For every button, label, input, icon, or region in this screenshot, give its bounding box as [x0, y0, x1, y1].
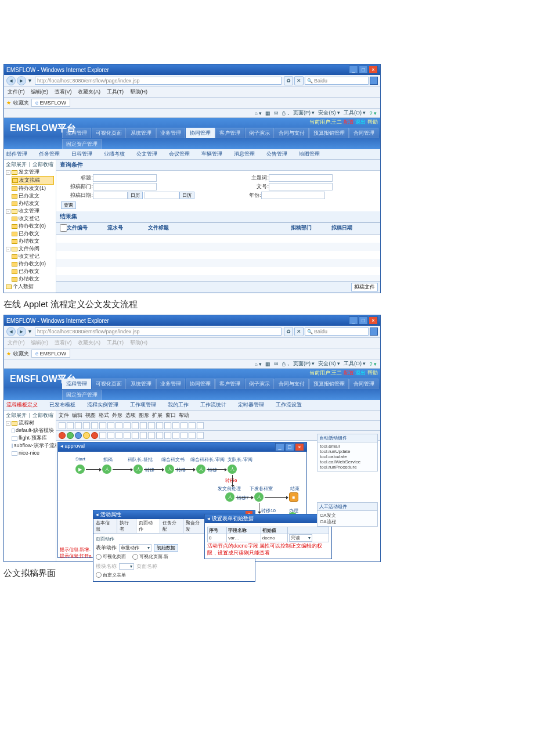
mail-icon[interactable]: ✉: [274, 110, 279, 116]
menu-edit[interactable]: 编辑(E): [31, 89, 48, 95]
tree-node-fawen[interactable]: 发文管理: [19, 168, 39, 176]
dlg1-tab[interactable]: 执行者: [117, 519, 136, 533]
back-icon[interactable]: ◄: [6, 327, 16, 336]
menu-edit[interactable]: 编辑(E): [31, 340, 48, 345]
dropdown-icon[interactable]: ▼: [27, 78, 33, 84]
fold-icon[interactable]: -: [6, 170, 10, 175]
tb-icon[interactable]: [189, 432, 196, 439]
calendar-button[interactable]: 日历: [128, 192, 143, 199]
node-activity[interactable]: 人: [134, 465, 143, 474]
menu-file[interactable]: 文件(F): [8, 89, 25, 95]
tb-icon[interactable]: [83, 422, 90, 429]
menu-view[interactable]: 查看(V): [55, 340, 72, 345]
tree-item[interactable]: 发文拟稿: [19, 177, 40, 184]
input-title[interactable]: [93, 174, 157, 182]
tree-item[interactable]: 待办发文(1): [19, 185, 46, 192]
feed-icon[interactable]: ▦: [265, 361, 270, 367]
module-select[interactable]: [119, 563, 134, 570]
print-icon[interactable]: ⎙ ▾: [282, 361, 290, 367]
subtab-8[interactable]: 公告管理: [266, 150, 287, 158]
radio-custom-form[interactable]: 自定义表单: [96, 572, 126, 578]
tree-item[interactable]: flight-预案库: [19, 434, 47, 442]
tree-item[interactable]: 待办收文(0): [19, 260, 46, 268]
tb-icon[interactable]: [99, 432, 106, 439]
subtab-4[interactable]: 公文管理: [136, 150, 157, 158]
tree-node-personal[interactable]: 个人数据: [13, 283, 34, 290]
toptab-flow[interactable]: 流程管理: [62, 128, 91, 138]
tool-item[interactable]: tool.runProcedure: [320, 465, 375, 470]
dropdown-icon[interactable]: ▼: [27, 329, 33, 334]
favorites-icon[interactable]: ★: [6, 100, 11, 106]
tool-item[interactable]: OA发文: [320, 512, 375, 519]
tb-icon[interactable]: [148, 432, 155, 439]
link-logout[interactable]: 退出: [355, 370, 366, 376]
tb-icon[interactable]: [116, 432, 122, 439]
query-button[interactable]: 查询: [61, 201, 76, 209]
tb-icon[interactable]: [197, 432, 204, 439]
toptab-asset[interactable]: 固定资产管理: [62, 139, 102, 149]
home-icon[interactable]: ⌂ ▾: [254, 361, 262, 367]
link-config[interactable]: 配置: [344, 119, 354, 125]
tree-item[interactable]: subflow-演示子流程: [14, 442, 60, 449]
tb-icon[interactable]: [132, 432, 139, 439]
subtab-5[interactable]: 会议管理: [169, 150, 190, 158]
feed-icon[interactable]: ▦: [265, 110, 270, 116]
safety-menu[interactable]: 安全(S) ▾: [318, 109, 340, 117]
tb-icon[interactable]: [99, 422, 106, 429]
tb-icon[interactable]: [189, 422, 196, 429]
node-start[interactable]: ▶: [75, 465, 85, 474]
help-icon[interactable]: ? ▾: [369, 361, 377, 367]
tb-icon[interactable]: [107, 432, 114, 439]
amenu-ext[interactable]: 扩展: [152, 412, 163, 419]
menu-tools[interactable]: 工具(T): [107, 89, 124, 95]
menu-view[interactable]: 查看(V): [55, 89, 72, 95]
subtab-5[interactable]: 工作流统计: [200, 401, 226, 409]
dlg1-tab[interactable]: 基本信息: [93, 519, 117, 533]
tree-item[interactable]: 办结收文: [19, 275, 39, 283]
menu-file[interactable]: 文件(F): [8, 340, 25, 345]
tree-item[interactable]: 办结发文: [19, 200, 39, 207]
menu-fav[interactable]: 收藏夹(A): [78, 340, 100, 345]
search-input[interactable]: Baidu: [305, 77, 369, 85]
radio-vis-page-new[interactable]: 可视化页面-新: [132, 553, 169, 560]
address-bar[interactable]: http://localhost:8080/emsflow/page/index…: [35, 327, 282, 336]
tb-icon[interactable]: [156, 422, 163, 429]
subtab-6[interactable]: 定时器管理: [238, 401, 264, 409]
link-help[interactable]: 帮助: [367, 119, 378, 125]
tb-icon[interactable]: [148, 422, 155, 429]
address-bar[interactable]: http://localhost:8080/emsflow/page/index…: [35, 77, 282, 85]
toptab-contract[interactable]: 合同与支付: [275, 128, 309, 138]
subtab-2[interactable]: 流程实例管理: [87, 401, 118, 409]
inner-min[interactable]: _: [275, 443, 284, 451]
page-menu[interactable]: 页面(P) ▾: [293, 360, 315, 368]
forward-icon[interactable]: ►: [17, 76, 26, 85]
stop-icon[interactable]: ✕: [294, 327, 304, 336]
refresh-icon[interactable]: ♻: [284, 327, 293, 336]
subtab-2[interactable]: 日程管理: [71, 150, 92, 158]
input-dept[interactable]: [93, 183, 157, 190]
refresh-icon[interactable]: ♻: [284, 76, 293, 85]
search-input[interactable]: Baidu: [305, 327, 369, 336]
fold-icon[interactable]: -: [6, 421, 10, 426]
subtab-9[interactable]: 地图管理: [299, 150, 320, 158]
expand-all[interactable]: 全部展开: [6, 412, 27, 419]
subtab-0[interactable]: 流程模板定义: [6, 401, 38, 409]
tb-icon[interactable]: [59, 432, 66, 439]
tb-icon[interactable]: [132, 422, 139, 429]
tb-icon[interactable]: [91, 432, 98, 439]
tb-icon[interactable]: [140, 432, 147, 439]
toptab-biz[interactable]: 业务管理: [156, 379, 185, 389]
tb-icon[interactable]: [181, 422, 187, 429]
stop-icon[interactable]: ✕: [294, 76, 304, 85]
tb-icon[interactable]: [172, 422, 179, 429]
browser-tab[interactable]: e EMSFLOW: [31, 99, 70, 107]
mail-icon[interactable]: ✉: [274, 361, 279, 367]
tree-node-shouwen[interactable]: 收文管理: [19, 207, 39, 215]
tree-item[interactable]: 收文登记: [19, 253, 39, 260]
tb-icon[interactable]: [140, 422, 147, 429]
tb-icon[interactable]: [91, 422, 98, 429]
node-activity[interactable]: 人: [254, 492, 264, 502]
amenu-window[interactable]: 窗口: [165, 412, 176, 419]
toptab-demo[interactable]: 例子演示: [245, 379, 274, 389]
fold-icon[interactable]: -: [6, 209, 10, 214]
